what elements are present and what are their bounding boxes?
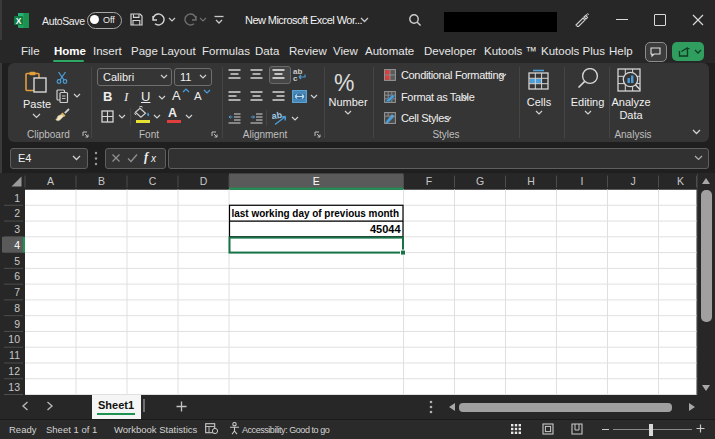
svg-text:45044: 45044 <box>370 223 401 235</box>
svg-text:D: D <box>200 175 208 187</box>
svg-text:c: c <box>293 74 298 82</box>
svg-text:H: H <box>527 175 535 187</box>
svg-text:G: G <box>476 175 484 187</box>
svg-text:12: 12 <box>8 365 20 377</box>
svg-text:C: C <box>149 175 157 187</box>
svg-text:J: J <box>630 175 635 187</box>
svg-text:9: 9 <box>14 318 20 330</box>
svg-text:4: 4 <box>14 239 20 251</box>
svg-text:last working day of previous m: last working day of previous month <box>232 207 400 219</box>
svg-text:13: 13 <box>8 381 20 393</box>
svg-text:F: F <box>426 175 432 187</box>
svg-text:5: 5 <box>14 255 20 267</box>
svg-text:3: 3 <box>14 223 20 235</box>
svg-text:8: 8 <box>14 302 20 314</box>
svg-text:11: 11 <box>9 349 20 361</box>
svg-text:2: 2 <box>14 207 20 219</box>
svg-text:7: 7 <box>14 286 20 298</box>
svg-text:X: X <box>16 16 22 26</box>
svg-text:6: 6 <box>14 270 20 282</box>
svg-text:1: 1 <box>14 192 20 204</box>
svg-text:B: B <box>98 175 105 187</box>
svg-text:10: 10 <box>8 333 20 345</box>
svg-text:I: I <box>581 175 584 187</box>
svg-text:A: A <box>47 175 54 187</box>
svg-text:E: E <box>313 175 320 187</box>
svg-text:K: K <box>677 175 684 187</box>
